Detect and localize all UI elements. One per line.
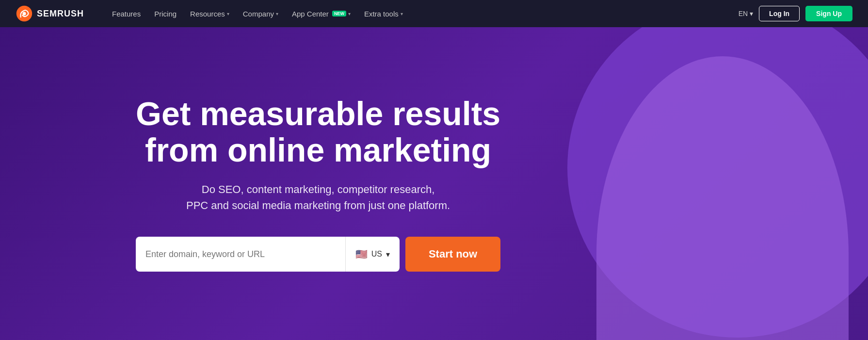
search-input-wrapper — [136, 237, 345, 272]
signup-button[interactable]: Sign Up — [805, 6, 852, 21]
company-chevron-icon: ▾ — [276, 11, 278, 16]
nav-item-app-center[interactable]: App Center NEW ▾ — [287, 7, 355, 21]
lang-chevron-icon: ▾ — [750, 10, 753, 17]
hero-subtitle: Do SEO, content marketing, competitor re… — [136, 181, 500, 213]
logo-text: SEMRUSH — [37, 9, 84, 19]
search-input[interactable] — [145, 249, 336, 259]
extra-tools-chevron-icon: ▾ — [401, 11, 403, 16]
nav-item-resources[interactable]: Resources ▾ — [185, 7, 234, 21]
resources-chevron-icon: ▾ — [227, 11, 229, 16]
nav-item-company[interactable]: Company ▾ — [238, 7, 283, 21]
hero-search-area: 🇺🇸 US ▾ Start now — [136, 237, 500, 272]
nav-item-extra-tools[interactable]: Extra tools ▾ — [359, 7, 408, 21]
us-flag-icon: 🇺🇸 — [355, 248, 368, 260]
nav-item-features[interactable]: Features — [107, 7, 145, 21]
svg-point-1 — [22, 12, 26, 15]
app-center-new-badge: NEW — [332, 11, 346, 16]
country-chevron-icon: ▾ — [386, 250, 390, 259]
language-selector[interactable]: EN ▾ — [739, 10, 753, 17]
nav-right: EN ▾ Log In Sign Up — [739, 6, 852, 21]
country-selector[interactable]: 🇺🇸 US ▾ — [345, 237, 400, 272]
start-now-button[interactable]: Start now — [405, 237, 500, 272]
hero-section: Get measurable results from online marke… — [0, 27, 868, 340]
login-button[interactable]: Log In — [759, 6, 800, 21]
semrush-logo-icon — [16, 5, 33, 22]
nav-links: Features Pricing Resources ▾ Company ▾ A… — [107, 7, 723, 21]
logo[interactable]: SEMRUSH — [16, 5, 84, 22]
navbar: SEMRUSH Features Pricing Resources ▾ Com… — [0, 0, 868, 27]
nav-item-pricing[interactable]: Pricing — [149, 7, 181, 21]
hero-content: Get measurable results from online marke… — [136, 96, 500, 272]
hero-title: Get measurable results from online marke… — [136, 96, 500, 168]
app-center-chevron-icon: ▾ — [348, 11, 351, 16]
